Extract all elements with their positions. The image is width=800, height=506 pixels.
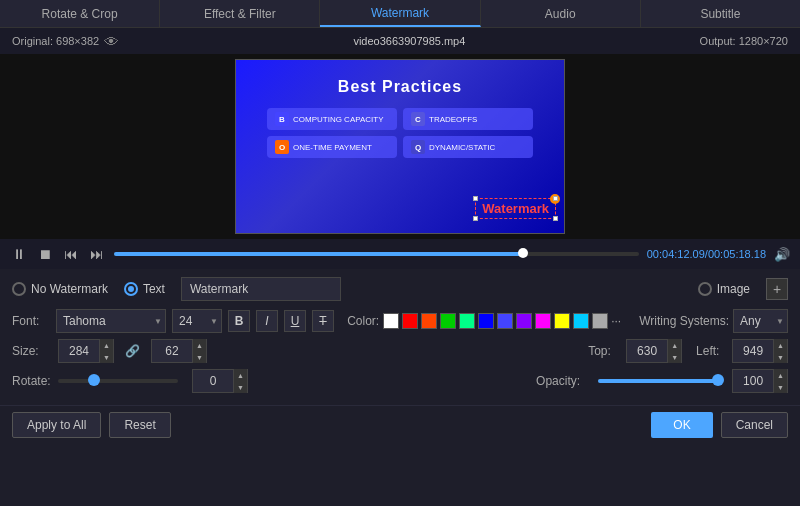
card-dynamic: Q DYNAMIC/STATIC [403,136,533,158]
rotate-label: Rotate: [12,374,50,388]
writing-systems-select[interactable]: Any Latin [733,309,788,333]
tab-rotate-crop[interactable]: Rotate & Crop [0,0,160,27]
text-label: Text [143,282,165,296]
text-radio-circle[interactable] [124,282,138,296]
width-spin-up[interactable]: ▲ [99,339,113,351]
top-spin-up[interactable]: ▲ [667,339,681,351]
color-yellow[interactable] [554,313,570,329]
rotate-opacity-row: Rotate: ▲ ▼ Opacity: ▲ ▼ [12,369,788,393]
color-indigo[interactable] [497,313,513,329]
color-mint[interactable] [459,313,475,329]
card-computing: B COMPUTING CAPACITY [267,108,397,130]
no-watermark-radio-circle[interactable] [12,282,26,296]
wm-corner-bl[interactable] [473,216,478,221]
wm-corner-tl[interactable] [473,196,478,201]
video-preview: Best Practices B COMPUTING CAPACITY C TR… [0,54,800,239]
opacity-input[interactable] [733,374,773,388]
color-orange[interactable] [421,313,437,329]
color-white[interactable] [383,313,399,329]
time-display: 00:04:12.09/00:05:18.18 [647,248,766,260]
rotate-spin-up[interactable]: ▲ [233,369,247,381]
card-dynamic-label: DYNAMIC/STATIC [429,143,495,152]
rotate-slider-thumb[interactable] [88,374,100,386]
top-tabs: Rotate & Crop Effect & Filter Watermark … [0,0,800,28]
wm-corner-tr[interactable] [553,196,558,201]
height-spin-down[interactable]: ▼ [192,351,206,363]
opacity-input-group: ▲ ▼ [732,369,788,393]
cancel-button[interactable]: Cancel [721,412,788,438]
left-spin-up[interactable]: ▲ [773,339,787,351]
color-label: Color: [347,314,379,328]
controls-section: No Watermark Text Image + Font: Tahoma A… [0,269,800,403]
writing-systems-label: Writing Systems: [639,314,729,328]
top-label: Top: [588,344,618,358]
width-input[interactable] [59,344,99,358]
ok-button[interactable]: OK [651,412,712,438]
card-q-icon: Q [411,140,425,154]
strikethrough-button[interactable]: T [312,310,334,332]
opacity-spin-down[interactable]: ▼ [773,381,787,393]
bold-button[interactable]: B [228,310,250,332]
prev-button[interactable]: ⏮ [62,246,80,262]
progress-thumb[interactable] [518,248,528,258]
video-info-bar: Original: 698×382 👁 video3663907985.mp4 … [0,28,800,54]
image-radio-circle[interactable] [698,282,712,296]
underline-button[interactable]: U [284,310,306,332]
opacity-slider-track[interactable] [598,379,718,383]
progress-track[interactable] [114,252,639,256]
eye-icon[interactable]: 👁 [104,33,119,50]
height-input[interactable] [152,344,192,358]
color-violet[interactable] [516,313,532,329]
left-input[interactable] [733,344,773,358]
image-radio[interactable]: Image [698,282,750,296]
rotate-input[interactable] [193,374,233,388]
left-label: Left: [690,344,724,358]
stop-button[interactable]: ⏹ [36,246,54,262]
italic-button[interactable]: I [256,310,278,332]
color-magenta[interactable] [535,313,551,329]
top-spin-down[interactable]: ▼ [667,351,681,363]
link-dimensions-icon[interactable]: 🔗 [122,344,143,358]
tab-subtitle[interactable]: Subtitle [641,0,800,27]
play-pause-button[interactable]: ⏸ [10,246,28,262]
color-cyan[interactable] [573,313,589,329]
output-size: Output: 1280×720 [700,35,788,47]
volume-icon[interactable]: 🔊 [774,247,790,262]
font-select[interactable]: Tahoma Arial Times New Roman [56,309,166,333]
tab-audio[interactable]: Audio [481,0,641,27]
rotate-input-group: ▲ ▼ [192,369,248,393]
next-button[interactable]: ⏭ [88,246,106,262]
opacity-slider-thumb[interactable] [712,374,724,386]
card-b-icon: B [275,112,289,126]
watermark-text-input[interactable] [181,277,341,301]
top-input[interactable] [627,344,667,358]
watermark-text-display: Watermark [482,201,549,216]
rotate-slider-track[interactable] [58,379,178,383]
rotate-spin-down[interactable]: ▼ [233,381,247,393]
text-radio[interactable]: Text [124,282,165,296]
color-blue[interactable] [478,313,494,329]
card-tradeoffs-label: TRADEOFFS [429,115,477,124]
wm-corner-br[interactable] [553,216,558,221]
color-green[interactable] [440,313,456,329]
watermark-overlay[interactable]: Watermark [475,198,556,219]
tab-effect-filter[interactable]: Effect & Filter [160,0,320,27]
color-more-button[interactable]: ··· [611,314,621,328]
opacity-spin-up[interactable]: ▲ [773,369,787,381]
left-spin-down[interactable]: ▼ [773,351,787,363]
video-title: Best Practices [236,60,564,96]
no-watermark-radio[interactable]: No Watermark [12,282,108,296]
card-computing-label: COMPUTING CAPACITY [293,115,384,124]
image-add-button[interactable]: + [766,278,788,300]
width-spin-down[interactable]: ▼ [99,351,113,363]
width-input-group: ▲ ▼ [58,339,114,363]
color-gray[interactable] [592,313,608,329]
reset-button[interactable]: Reset [109,412,170,438]
progress-fill [114,252,523,256]
color-red[interactable] [402,313,418,329]
tab-watermark[interactable]: Watermark [320,0,480,27]
size-select[interactable]: 24 12 18 36 [172,309,222,333]
height-spin-up[interactable]: ▲ [192,339,206,351]
card-payment-label: ONE-TIME PAYMENT [293,143,372,152]
apply-to-all-button[interactable]: Apply to All [12,412,101,438]
